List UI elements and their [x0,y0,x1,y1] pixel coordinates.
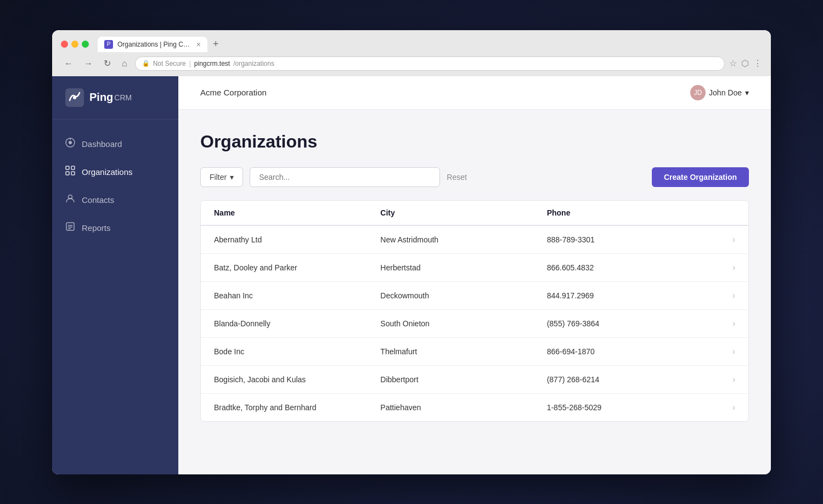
main-content: Acme Corporation JD John Doe ▾ Organizat… [178,76,771,474]
table-row[interactable]: Abernathy Ltd New Astridmouth 888-789-33… [201,226,748,254]
table-row[interactable]: Beahan Inc Deckowmouth 844.917.2969 › [201,282,748,310]
row-chevron-icon: › [713,347,735,356]
forward-button[interactable]: → [81,58,96,70]
page-title: Organizations [200,132,749,152]
user-avatar: JD [690,85,706,100]
cell-city: Thelmafurt [380,347,546,356]
dashboard-icon [65,138,75,150]
row-chevron-icon: › [713,291,735,301]
svg-rect-8 [71,172,75,175]
lock-icon: 🔒 [142,60,150,67]
ping-logo-icon [65,88,84,107]
traffic-lights [61,41,89,48]
browser-chrome: P Organizations | Ping CRM × + ← → ↻ ⌂ 🔒… [52,30,771,76]
cell-city: Herbertstad [380,263,546,272]
table-header: Name City Phone [201,201,748,226]
back-button[interactable]: ← [61,58,76,70]
organizations-table: Name City Phone Abernathy Ltd New Astrid… [200,200,749,422]
browser-window: P Organizations | Ping CRM × + ← → ↻ ⌂ 🔒… [52,30,771,474]
cell-city: Dibbertport [380,375,546,384]
user-menu[interactable]: JD John Doe ▾ [690,85,749,100]
row-chevron-icon: › [713,375,735,384]
top-bar: Acme Corporation JD John Doe ▾ [178,76,771,110]
cell-phone: (877) 268-6214 [547,375,713,384]
tab-close-button[interactable]: × [196,41,201,48]
table-row[interactable]: Bode Inc Thelmafurt 866-694-1870 › [201,338,748,366]
fullscreen-button[interactable] [82,41,89,48]
row-chevron-icon: › [713,235,735,245]
address-bar: ← → ↻ ⌂ 🔒 Not Secure | pingcrm.test /org… [52,52,771,76]
sidebar-item-organizations-label: Organizations [82,167,133,177]
home-button[interactable]: ⌂ [119,58,131,70]
cell-city: Deckowmouth [380,291,546,300]
url-bar[interactable]: 🔒 Not Secure | pingcrm.test /organizatio… [135,56,725,71]
svg-point-3 [69,141,72,144]
sidebar-item-organizations[interactable]: Organizations [52,158,178,185]
app-container: PingCRM Dashboard [52,76,771,474]
cell-phone: (855) 769-3864 [547,319,713,328]
filter-label: Filter [210,173,227,182]
sidebar-item-dashboard[interactable]: Dashboard [52,131,178,157]
menu-icon[interactable]: ⋮ [753,58,762,69]
sidebar: PingCRM Dashboard [52,76,178,474]
svg-point-1 [73,96,76,99]
cell-name: Bode Inc [214,347,380,356]
cell-name: Abernathy Ltd [214,235,380,244]
table-body: Abernathy Ltd New Astridmouth 888-789-33… [201,226,748,421]
cell-name: Bogisich, Jacobi and Kulas [214,375,380,384]
filter-chevron-icon: ▾ [230,173,234,182]
cell-name: Batz, Dooley and Parker [214,263,380,272]
col-header-city: City [380,208,546,217]
sidebar-item-dashboard-label: Dashboard [82,139,122,149]
table-row[interactable]: Batz, Dooley and Parker Herbertstad 866.… [201,254,748,282]
cell-phone: 1-855-268-5029 [547,403,713,412]
svg-rect-10 [66,223,74,230]
toolbar: Filter ▾ Reset Create Organization [200,167,749,187]
contacts-icon [65,194,75,206]
cell-phone: 866-694-1870 [547,347,713,356]
tab-title: Organizations | Ping CRM [117,41,192,48]
sidebar-item-contacts-label: Contacts [82,195,114,205]
minimize-button[interactable] [71,41,78,48]
sidebar-logo: PingCRM [52,76,178,120]
organizations-icon [65,166,75,178]
cell-name: Bradtke, Torphy and Bernhard [214,403,380,412]
cell-name: Blanda-Donnelly [214,319,380,328]
table-row[interactable]: Bradtke, Torphy and Bernhard Pattiehaven… [201,394,748,421]
bookmark-icon[interactable]: ☆ [729,58,737,69]
cell-phone: 844.917.2969 [547,291,713,300]
reset-button[interactable]: Reset [447,173,467,182]
close-button[interactable] [61,41,68,48]
table-row[interactable]: Blanda-Donnelly South Onieton (855) 769-… [201,310,748,338]
url-domain: pingcrm.test [194,60,230,67]
sidebar-item-contacts[interactable]: Contacts [52,186,178,213]
filter-button[interactable]: Filter ▾ [200,167,243,187]
table-row[interactable]: Bogisich, Jacobi and Kulas Dibbertport (… [201,366,748,394]
col-header-phone: Phone [547,208,713,217]
logo-text: PingCRM [89,91,132,104]
sidebar-item-reports-label: Reports [82,223,111,233]
reports-icon [65,222,75,234]
active-tab[interactable]: P Organizations | Ping CRM × [98,37,207,52]
create-organization-button[interactable]: Create Organization [652,167,749,187]
row-chevron-icon: › [713,263,735,273]
cell-city: Pattiehaven [380,403,546,412]
sidebar-item-reports[interactable]: Reports [52,214,178,241]
user-menu-chevron: ▾ [745,88,749,97]
extension-icon[interactable]: ⬡ [741,58,749,69]
cell-phone: 888-789-3301 [547,235,713,244]
cell-name: Beahan Inc [214,291,380,300]
org-name: Acme Corporation [200,88,267,97]
reload-button[interactable]: ↻ [100,57,114,70]
not-secure-label: Not Secure [153,60,186,67]
svg-rect-7 [66,172,69,175]
user-name: John Doe [709,88,742,97]
new-tab-button[interactable]: + [210,37,222,51]
address-bar-actions: ☆ ⬡ ⋮ [729,58,762,69]
url-path: /organizations [233,60,274,67]
tab-favicon: P [104,40,113,49]
search-input[interactable] [250,167,440,187]
cell-phone: 866.605.4832 [547,263,713,272]
row-chevron-icon: › [713,319,735,329]
svg-rect-6 [71,166,75,169]
